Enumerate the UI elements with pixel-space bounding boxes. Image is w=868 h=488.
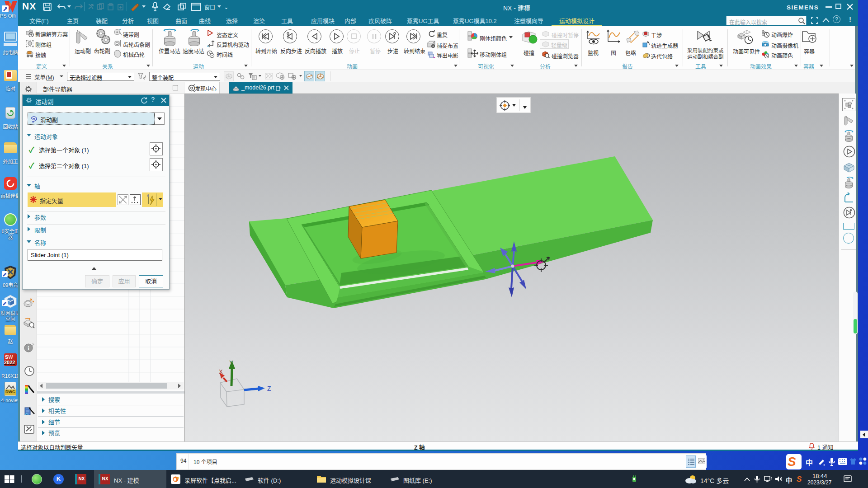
svg-text:i: i [28, 345, 29, 352]
svg-text:Z: Z [267, 385, 271, 392]
svg-text:X: X [219, 368, 223, 375]
svg-text:Y: Y [229, 359, 234, 366]
